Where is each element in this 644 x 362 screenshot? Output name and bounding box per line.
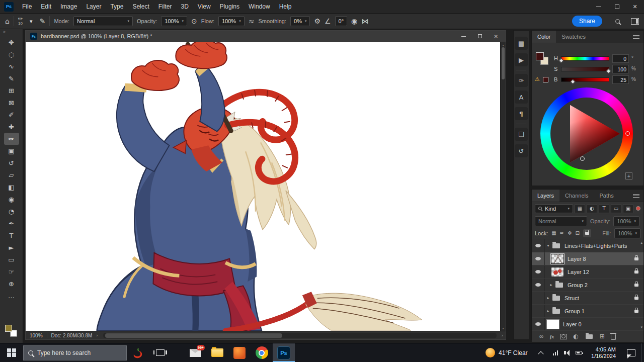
menu-file[interactable]: File [18,0,36,14]
marquee-tool[interactable]: ◌ [4,48,19,60]
filter-toggle-icon[interactable] [636,206,640,211]
group-expand-icon[interactable]: ▾ [545,243,551,248]
lock-position-icon[interactable]: ✥ [568,230,572,236]
toolbar-collapse-icon[interactable]: » [0,29,6,36]
show-desktop-button[interactable] [641,343,644,362]
gradient-tool[interactable]: ◧ [4,181,19,193]
eyedropper-tool[interactable]: ✐ [4,109,19,121]
battery-icon[interactable] [576,351,582,354]
layers-scroll-down-icon[interactable]: ▾ [640,325,642,329]
tab-paths[interactable]: Paths [594,190,619,202]
menu-select[interactable]: Select [128,0,153,14]
hand-tool[interactable]: ☞ [4,265,19,278]
horizontal-scroll-thumb[interactable] [105,333,282,338]
visibility-toggle[interactable] [532,252,545,265]
healing-brush-tool[interactable]: ✚ [4,121,19,133]
search-icon[interactable] [615,19,620,24]
layers-scroll-up-icon[interactable]: ▴ [640,241,642,245]
hue-marker[interactable] [625,131,630,136]
menu-help[interactable]: Help [275,0,296,14]
foreground-background-swatches[interactable] [5,325,17,337]
clone-stamp-tool[interactable]: ▣ [4,145,19,157]
lock-all-button[interactable] [583,229,591,237]
brightness-value-field[interactable]: 25 [612,75,629,84]
brush-preset-picker[interactable]: ✏ 10 [18,17,23,26]
layer-row-layer12[interactable]: Layer 12 [532,265,643,279]
new-group-icon[interactable] [586,334,593,339]
tray-overflow-icon[interactable] [538,351,543,356]
smoothing-dropdown[interactable]: 0% ▾ [290,16,310,26]
brush-picker-caret-icon[interactable]: ▾ [27,16,36,26]
hue-slider[interactable] [561,56,609,61]
group-collapsed-icon[interactable]: ▸ [545,296,551,300]
document-titlebar[interactable]: Ps bardbanner.psd @ 100% (Layer 8, RGB/8… [26,31,506,42]
color-wheel[interactable] [540,87,633,180]
path-select-tool[interactable]: ► [4,241,19,253]
tab-layers[interactable]: Layers [532,190,559,202]
layer-mask-icon[interactable] [560,334,567,339]
visibility-toggle[interactable] [532,265,545,278]
saturation-slider[interactable] [561,67,609,71]
volume-icon[interactable] [564,350,570,356]
zoom-tool[interactable]: ⊕ [4,278,19,290]
new-layer-icon[interactable]: ⊞ [600,333,605,340]
lock-artboard-icon[interactable]: ⊡ [576,230,580,236]
kind-filter-dropdown[interactable]: Kind ▾ [535,204,573,213]
action-center-icon[interactable] [627,349,635,356]
share-button[interactable]: Share [572,16,602,27]
workspace-switcher-icon[interactable] [631,18,639,25]
angle-field[interactable]: 0° [335,16,348,26]
taskbar-search[interactable] [23,345,127,360]
visibility-toggle[interactable] [532,292,545,304]
layer-row-layer8[interactable]: Layer 8 [532,252,643,265]
search-input[interactable] [37,349,113,356]
foreground-color-swatch[interactable] [5,325,12,332]
move-tool[interactable]: ✥ [4,36,19,48]
brush-settings-panel-icon[interactable]: ✑ [515,74,528,87]
scroll-down-icon[interactable]: ▾ [502,326,504,330]
group-collapsed-icon[interactable]: ▸ [545,309,551,313]
shape-tool[interactable]: ▭ [4,253,19,265]
scroll-right-icon[interactable]: › [502,333,503,338]
taskbar-clock[interactable]: 4:05 AM 1/16/2024 [586,346,621,359]
mail-app-button[interactable]: 99+ [184,343,206,362]
visibility-toggle[interactable] [532,239,545,252]
edit-toolbar-icon[interactable]: … [4,290,19,302]
add-swatch-button[interactable]: + [625,172,632,179]
weather-widget[interactable]: 41°F Clear [480,348,533,357]
link-layers-icon[interactable]: ∞ [539,333,544,340]
3d-panel-icon[interactable]: ❒ [515,128,528,141]
chrome-button[interactable] [251,343,273,362]
photoshop-taskbar-button[interactable]: Ps [273,343,295,362]
close-button[interactable]: ✕ [626,0,644,13]
minimize-button[interactable] [590,0,608,13]
layer-row-group2[interactable]: ▸ Group 2 [532,279,643,292]
menu-edit[interactable]: Edit [36,0,56,14]
tab-channels[interactable]: Channels [559,190,594,202]
layer-row-group-lines[interactable]: ▾ Lines+Flats+Lights+Parts [532,239,643,252]
dodge-tool[interactable]: ◔ [4,205,19,217]
panel-menu-icon[interactable] [633,35,639,39]
tab-color[interactable]: Color [532,31,556,43]
maximize-button[interactable] [608,0,626,13]
mode-dropdown[interactable]: Normal ▾ [73,16,133,26]
doc-minimize-icon[interactable] [461,36,466,37]
crop-tool[interactable]: ⊞ [4,84,19,97]
airbrush-icon[interactable]: ≈ [249,17,255,25]
scroll-up-icon[interactable]: ▴ [502,43,504,47]
smoothing-gear-icon[interactable]: ⚙ [314,17,320,25]
task-view-button[interactable] [149,343,171,362]
artwork-canvas[interactable] [26,42,500,331]
gamut-warning-icon[interactable]: ⚠ [535,76,540,82]
sb-marker[interactable] [580,156,585,161]
layer-thumbnail[interactable] [551,254,564,264]
blur-tool[interactable]: ◉ [4,193,19,205]
visibility-toggle[interactable] [532,318,545,330]
tab-swatches[interactable]: Swatches [556,31,591,43]
layer-effects-icon[interactable]: fx [550,334,554,339]
menu-window[interactable]: Window [244,0,275,14]
visibility-toggle[interactable] [532,279,545,291]
saturation-slider-handle[interactable] [606,69,611,74]
file-explorer-button[interactable] [206,343,228,362]
status-expand-icon[interactable]: › [96,333,98,338]
